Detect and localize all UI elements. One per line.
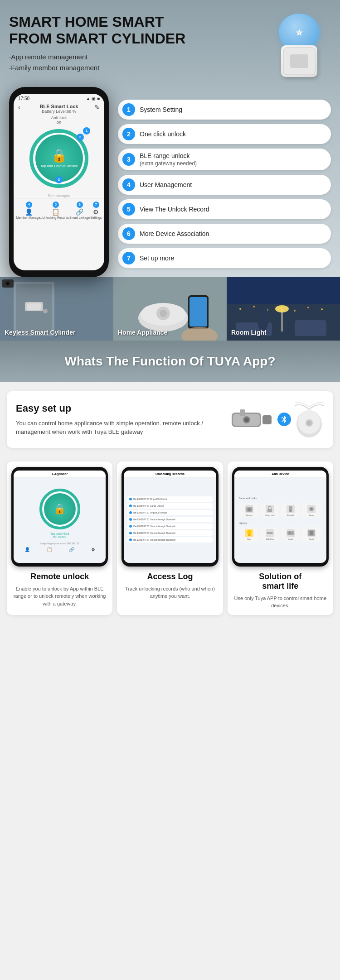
nav-settings[interactable]: 7 ⚙ Settings	[90, 202, 102, 219]
remote-nav-3: 🔗	[69, 547, 74, 552]
smart-life-content: Cameras & Locks Camera	[234, 478, 326, 563]
phone-back-button[interactable]: ‹	[18, 104, 20, 111]
svg-point-27	[307, 307, 309, 308]
nav-settings-label: Settings	[90, 216, 102, 219]
feature-item-4[interactable]: 4 User Management	[118, 175, 331, 195]
remote-tap-text: Tap and Holdto Unlock	[50, 532, 69, 538]
svg-point-52	[247, 530, 252, 534]
add-device-sensor[interactable]: Sensor	[302, 503, 321, 518]
svg-rect-7	[27, 303, 41, 310]
phone-anti-lock: Anti-lock on	[14, 115, 104, 125]
gallery-item-1[interactable]: Keyless Smart Cylinder	[0, 277, 113, 341]
gallery-item-3[interactable]: Room Light	[227, 277, 340, 341]
sensor-device-icon	[307, 505, 316, 513]
add-device-panel[interactable]: Panel	[302, 527, 321, 542]
log-text-4: Be-1360RRTS7 Unlock through Bluetooth	[133, 518, 175, 521]
feature-num-4: 4	[122, 178, 135, 191]
access-log-screen: Unlocking Records Be-1360RRTS7 Fingerl08…	[124, 471, 216, 563]
log-item-7: Be-1360RRTS7 Unlock through Bluetooth	[127, 537, 212, 543]
feature-item-7[interactable]: 7 Set up more	[118, 248, 331, 268]
phone-title: BLE Smart Lock	[18, 104, 100, 109]
log-dot-3	[129, 511, 132, 514]
switch-label: Switch	[288, 538, 293, 540]
camera-device-icon	[245, 505, 253, 513]
feature-list: 1 System Setting 2 One click unlock 3 BL…	[118, 100, 331, 277]
add-device-grid-2: Bulb LED Strip	[238, 525, 323, 544]
log-dot-7	[129, 538, 132, 541]
feature-num-6: 6	[122, 227, 135, 240]
cylinder-device-illustration	[231, 407, 274, 432]
feature-num-1: 1	[122, 103, 135, 116]
svg-rect-58	[310, 531, 313, 535]
add-device-switch[interactable]: Switch	[281, 527, 300, 542]
nav-records[interactable]: 5 📋 Unlocking Records	[42, 202, 69, 219]
nav-linkage[interactable]: 6 🔗 Smart Linkage	[69, 202, 90, 219]
phone-nav-bar: 4 👤 Member Manage.. 5 📋 Unlocking Record…	[14, 198, 104, 221]
remote-lock-ring: 🔒	[39, 489, 80, 529]
remote-unlock-content: 🔒 Tap and Holdto Unlock simpl.fingerprim…	[14, 478, 106, 563]
feature-item-6[interactable]: 6 More Device Association	[118, 224, 331, 244]
log-item-6: Be-1360RRTS7 Unlock through Bluetooth	[127, 530, 212, 536]
doorbell-device-icon	[287, 505, 295, 513]
feature-item-5[interactable]: 5 View The Unlock Record	[118, 199, 331, 219]
strip-device-icon	[266, 529, 274, 537]
remote-unlock-screen-header: E-Cylinder	[14, 471, 106, 478]
category-label: Cameras & Locks	[238, 497, 323, 500]
phone-signal: ▲ ◉ ■	[86, 96, 100, 101]
access-log-screen-header: Unlocking Records	[124, 471, 216, 478]
svg-point-32	[275, 305, 289, 312]
phone-edit-button[interactable]: ✎	[94, 104, 100, 111]
easy-setup-description: You can control home applicance with sim…	[16, 419, 224, 437]
gallery-label-1: Keyless Smart Cylinder	[5, 329, 75, 336]
svg-rect-47	[267, 509, 272, 512]
gallery-item-2[interactable]: Home Appliance	[113, 277, 227, 341]
hero-top-row: SMART HOME SMARTFROM SMART CYLINDER ·App…	[9, 14, 331, 82]
access-log-phone: Unlocking Records Be-1360RRTS7 Fingerl08…	[121, 467, 218, 567]
log-dot-5	[129, 525, 132, 528]
nav-linkage-label: Smart Linkage	[69, 216, 90, 219]
nav-member[interactable]: 4 👤 Member Manage..	[16, 202, 42, 219]
svg-point-34	[258, 305, 267, 314]
subtitle-line-2: ·Family member management	[9, 64, 99, 72]
feature-text-7: Set up more	[140, 255, 174, 262]
badge-1: 1	[83, 127, 90, 135]
feature-text-2: One click unlock	[140, 130, 186, 138]
badge-3: 3	[55, 176, 63, 183]
svg-point-15	[160, 310, 167, 317]
phone-status-bar: 17:50 ▲ ◉ ■	[14, 94, 104, 102]
feature-1-title: Remote unlock	[30, 572, 89, 581]
bottom-spacer	[0, 622, 340, 631]
phone-mockup: 17:50 ▲ ◉ ■ ‹ BLE Smart Lock Battery Lev…	[9, 87, 109, 277]
remote-nav: 👤 📋 🔗 ⚙	[16, 547, 103, 552]
hero-text-block: SMART HOME SMARTFROM SMART CYLINDER ·App…	[9, 14, 267, 82]
add-device-strip[interactable]: LED Strip	[260, 527, 279, 542]
svg-point-22	[239, 308, 241, 310]
svg-rect-40	[262, 415, 272, 424]
feature-card-access-log: Unlocking Records Be-1360RRTS7 Fingerl08…	[117, 461, 223, 615]
feature-item-2[interactable]: 2 One click unlock	[118, 124, 331, 144]
phone-lock-circle[interactable]: 1 2 🔒 Tap and Hold to Unlock 3	[14, 125, 104, 192]
tap-hold-text: Tap and Hold to Unlock	[40, 164, 78, 168]
bulb-label: Bulb	[248, 538, 251, 540]
add-device-doorbell[interactable]: Doorbell	[281, 503, 300, 518]
hub-device-illustration	[295, 400, 324, 439]
feature-item-1[interactable]: 1 System Setting	[118, 100, 331, 120]
log-item-2: Be-1360RRTS7 Card1 Unlock	[127, 503, 212, 509]
access-log-list: Be-1360RRTS7 Fingerl08 Unlock Be-1360RRT…	[126, 495, 214, 545]
feature-card-remote-unlock: E-Cylinder 🔒 Tap and Holdto Unlock simpl…	[7, 461, 112, 615]
svg-rect-30	[295, 320, 326, 336]
feature-num-2: 2	[122, 128, 135, 140]
feature-card-smart-life: Add Device Cameras & Locks Camera	[228, 461, 333, 615]
svg-point-46	[248, 508, 251, 511]
feature-item-3[interactable]: 3 BLE range unlock(extra gateway needed)	[118, 149, 331, 170]
add-device-camera[interactable]: Camera	[240, 503, 259, 518]
log-text-2: Be-1360RRTS7 Card1 Unlock	[133, 504, 164, 507]
nav-badge-7: 7	[93, 202, 99, 208]
svg-point-23	[253, 306, 255, 307]
add-device-bulb[interactable]: Bulb	[240, 527, 259, 542]
add-device-lock[interactable]: Smart Lock	[260, 503, 279, 518]
feature-2-title: Access Log	[147, 572, 193, 581]
nav-badge-5: 5	[53, 202, 59, 208]
bt-connector-icon	[277, 413, 291, 426]
log-text-6: Be-1360RRTS7 Unlock through Bluetooth	[133, 532, 175, 534]
